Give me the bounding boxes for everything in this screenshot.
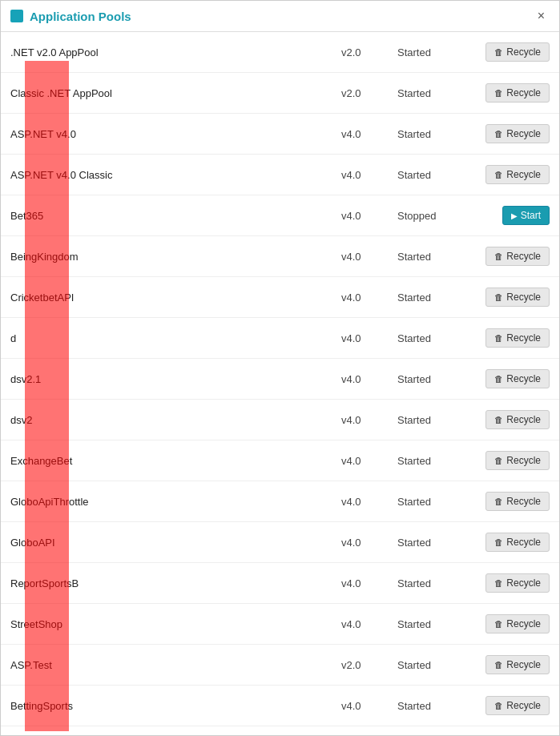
pool-action-cell: 🗑Recycle xyxy=(469,328,550,348)
recycle-button[interactable]: 🗑Recycle xyxy=(485,328,550,348)
play-icon: ▶ xyxy=(511,211,518,220)
pool-name: Bet365 xyxy=(10,210,341,222)
pool-status: Started xyxy=(397,496,469,508)
pool-version: v4.0 xyxy=(341,537,397,549)
trash-icon: 🗑 xyxy=(494,292,503,302)
pool-version: v4.0 xyxy=(341,210,397,222)
pool-status: Started xyxy=(397,373,469,385)
pool-name: ASP.Test xyxy=(10,659,341,671)
recycle-button[interactable]: 🗑Recycle xyxy=(485,533,550,552)
pool-action-cell: 🗑Recycle xyxy=(469,492,550,511)
recycle-button[interactable]: 🗑Recycle xyxy=(485,614,550,633)
recycle-button[interactable]: 🗑Recycle xyxy=(485,124,550,143)
pool-name: BettingSports xyxy=(10,700,341,712)
pool-version: v4.0 xyxy=(341,496,397,508)
trash-icon: 🗑 xyxy=(494,333,503,343)
pool-version: v4.0 xyxy=(341,577,397,589)
pool-status: Started xyxy=(397,618,469,630)
trash-icon: 🗑 xyxy=(494,170,503,179)
pool-status: Started xyxy=(397,128,469,140)
title-bar: Application Pools × xyxy=(1,1,559,32)
pool-action-cell: 🗑Recycle xyxy=(469,124,550,143)
pool-version: v2.0 xyxy=(341,659,397,671)
pool-action-cell: 🗑Recycle xyxy=(469,655,550,674)
pool-version: v4.0 xyxy=(341,169,397,181)
pool-action-cell: 🗑Recycle xyxy=(469,410,550,429)
table-row: BettingSportsv4.0Started🗑Recycle xyxy=(1,686,559,726)
pool-name: Classic .NET AppPool xyxy=(10,87,341,99)
pool-action-cell: 🗑Recycle xyxy=(469,83,550,103)
pool-version: v4.0 xyxy=(341,414,397,426)
recycle-button[interactable]: 🗑Recycle xyxy=(485,492,550,511)
pool-name: .NET v2.0 AppPool xyxy=(10,46,341,58)
pool-version: v4.0 xyxy=(341,332,397,344)
trash-icon: 🗑 xyxy=(494,374,503,384)
recycle-button[interactable]: 🗑Recycle xyxy=(485,655,550,674)
table-row: BeingKingdomv4.0Started🗑Recycle xyxy=(1,236,559,277)
pool-name: ASP.NET v4.0 xyxy=(10,128,341,140)
recycle-button[interactable]: 🗑Recycle xyxy=(485,696,550,715)
start-button[interactable]: ▶Start xyxy=(502,206,550,225)
pool-status: Started xyxy=(397,46,469,58)
recycle-button[interactable]: 🗑Recycle xyxy=(485,369,550,388)
table-row: CricketbetAPIv4.0Started🗑Recycle xyxy=(1,277,559,318)
recycle-button[interactable]: 🗑Recycle xyxy=(485,42,550,62)
trash-icon: 🗑 xyxy=(494,415,503,424)
pool-status: Started xyxy=(397,700,469,712)
table-row: StreetShopv4.0Started🗑Recycle xyxy=(1,604,559,645)
trash-icon: 🗑 xyxy=(494,619,503,629)
trash-icon: 🗑 xyxy=(494,88,503,98)
trash-icon: 🗑 xyxy=(494,578,503,588)
pool-action-cell: 🗑Recycle xyxy=(469,451,550,470)
pool-version: v4.0 xyxy=(341,618,397,630)
pool-status: Started xyxy=(397,292,469,304)
pool-version: v4.0 xyxy=(341,455,397,467)
table-row: GloboAPIv4.0Started🗑Recycle xyxy=(1,522,559,563)
pool-status: Started xyxy=(397,414,469,426)
recycle-button[interactable]: 🗑Recycle xyxy=(485,410,550,429)
table-row: GloboApiThrottlev4.0Started🗑Recycle xyxy=(1,481,559,522)
trash-icon: 🗑 xyxy=(494,251,503,261)
pool-action-cell: 🗑Recycle xyxy=(469,696,550,715)
table-row: ASP.NET v4.0 Classicv4.0Started🗑Recycle xyxy=(1,155,559,195)
recycle-button[interactable]: 🗑Recycle xyxy=(485,451,550,470)
pool-status: Started xyxy=(397,537,469,549)
pool-name: dsv2.1 xyxy=(10,373,341,385)
pool-list: .NET v2.0 AppPoolv2.0Started🗑RecycleClas… xyxy=(1,32,559,726)
pool-action-cell: 🗑Recycle xyxy=(469,369,550,388)
app-icon xyxy=(10,10,23,22)
pool-status: Started xyxy=(397,87,469,99)
pool-name: BeingKingdom xyxy=(10,251,341,263)
table-row: ExchangeBetv4.0Started🗑Recycle xyxy=(1,440,559,481)
close-button[interactable]: × xyxy=(533,7,550,25)
pool-name: CricketbetAPI xyxy=(10,292,341,304)
pool-name: StreetShop xyxy=(10,618,341,630)
table-row: ASP.NET v4.0v4.0Started🗑Recycle xyxy=(1,114,559,155)
pool-name: ExchangeBet xyxy=(10,455,341,467)
recycle-button[interactable]: 🗑Recycle xyxy=(485,573,550,593)
pool-name: GloboApiThrottle xyxy=(10,496,341,508)
pool-action-cell: 🗑Recycle xyxy=(469,573,550,593)
recycle-button[interactable]: 🗑Recycle xyxy=(485,165,550,184)
pool-name: GloboAPI xyxy=(10,537,341,549)
pool-status: Stopped xyxy=(397,210,469,222)
recycle-button[interactable]: 🗑Recycle xyxy=(485,83,550,103)
recycle-button[interactable]: 🗑Recycle xyxy=(485,288,550,307)
trash-icon: 🗑 xyxy=(494,660,503,670)
recycle-button[interactable]: 🗑Recycle xyxy=(485,247,550,266)
table-row: Bet365v4.0Stopped▶Start xyxy=(1,195,559,236)
pool-action-cell: 🗑Recycle xyxy=(469,165,550,184)
title-bar-left: Application Pools xyxy=(10,10,131,23)
pool-action-cell: 🗑Recycle xyxy=(469,42,550,62)
pool-name: ReportSportsB xyxy=(10,577,341,589)
pool-status: Started xyxy=(397,332,469,344)
pool-version: v4.0 xyxy=(341,128,397,140)
pool-action-cell: 🗑Recycle xyxy=(469,247,550,266)
trash-icon: 🗑 xyxy=(494,456,503,465)
table-row: dsv2v4.0Started🗑Recycle xyxy=(1,400,559,440)
pool-version: v4.0 xyxy=(341,292,397,304)
trash-icon: 🗑 xyxy=(494,47,503,57)
table-row: .NET v2.0 AppPoolv2.0Started🗑Recycle xyxy=(1,32,559,73)
pool-status: Started xyxy=(397,577,469,589)
pool-version: v2.0 xyxy=(341,87,397,99)
